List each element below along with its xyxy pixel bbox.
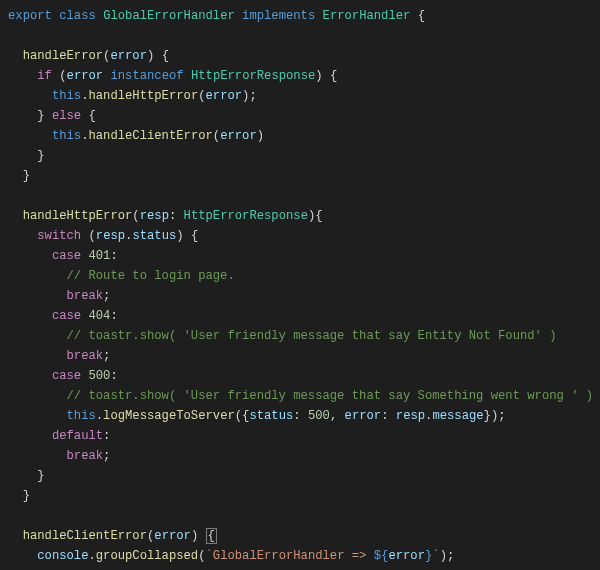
method-call: handleHttpError (88, 89, 198, 103)
code-line: } (8, 149, 45, 163)
code-line: } (8, 469, 45, 483)
brace-open: { (191, 229, 198, 243)
brace-close: } (23, 489, 30, 503)
property: message (432, 409, 483, 423)
paren-close: ) (176, 229, 183, 243)
code-line: // Route to login page. (8, 269, 235, 283)
semicolon: ; (498, 409, 505, 423)
method-name: handleError (23, 49, 103, 63)
method-name: handleHttpError (23, 209, 133, 223)
code-line: // toastr.show( 'User friendly message t… (8, 329, 557, 343)
keyword-this: this (67, 409, 96, 423)
method-name: handleClientError (23, 529, 147, 543)
code-line: } (8, 489, 30, 503)
code-line: if (error instanceof HttpErrorResponse) … (8, 69, 337, 83)
class-name: HttpErrorResponse (191, 69, 315, 83)
identifier: console (37, 549, 88, 563)
identifier: error (220, 129, 257, 143)
template-expr-open: ${ (374, 549, 389, 563)
brace-open: { (206, 528, 217, 544)
number-literal: 500 (308, 409, 330, 423)
code-line: this.handleHttpError(error); (8, 89, 257, 103)
semicolon: ; (103, 289, 110, 303)
identifier: resp (96, 229, 125, 243)
keyword-break: break (67, 449, 104, 463)
semicolon: ; (103, 349, 110, 363)
code-line: this.logMessageToServer({status: 500, er… (8, 409, 506, 423)
paren-open: ( (59, 69, 66, 83)
keyword-switch: switch (37, 229, 81, 243)
code-line: default: (8, 429, 110, 443)
number-literal: 404 (88, 309, 110, 323)
paren-close: ) (191, 529, 198, 543)
property-key: status (249, 409, 293, 423)
semicolon: ; (103, 449, 110, 463)
code-line: export class GlobalErrorHandler implemen… (8, 9, 425, 23)
identifier: error (206, 89, 243, 103)
code-line: handleError(error) { (8, 49, 169, 63)
colon: : (293, 409, 300, 423)
brace-open: { (162, 49, 169, 63)
colon: : (381, 409, 388, 423)
paren-open: ( (198, 89, 205, 103)
paren-close: ) (315, 69, 322, 83)
brace-open: { (89, 109, 96, 123)
code-line: case 500: (8, 369, 118, 383)
keyword-break: break (67, 349, 104, 363)
class-name: GlobalErrorHandler (103, 9, 235, 23)
semicolon: ; (447, 549, 454, 563)
interface-name: ErrorHandler (323, 9, 411, 23)
code-line: switch (resp.status) { (8, 229, 198, 243)
comment: // toastr.show( 'User friendly message t… (67, 329, 557, 343)
comment: // toastr.show( 'User friendly message t… (67, 389, 594, 403)
code-line: } else { (8, 109, 96, 123)
code-line: case 404: (8, 309, 118, 323)
paren-close: ) (147, 49, 154, 63)
template-string: ` (432, 549, 439, 563)
property-key: error (345, 409, 382, 423)
keyword-export: export (8, 9, 52, 23)
comma: , (330, 409, 337, 423)
brace-close: } (37, 469, 44, 483)
identifier: error (67, 69, 104, 83)
number-literal: 401 (88, 249, 110, 263)
keyword-this: this (52, 89, 81, 103)
keyword-break: break (67, 289, 104, 303)
template-string: `GlobalErrorHandler => (206, 549, 374, 563)
type-annotation: HttpErrorResponse (184, 209, 308, 223)
paren-open: ( (198, 549, 205, 563)
colon: : (169, 209, 176, 223)
paren-open: ( (235, 409, 242, 423)
keyword-default: default (52, 429, 103, 443)
method-call: handleClientError (88, 129, 212, 143)
code-line: break; (8, 289, 110, 303)
dot: . (96, 409, 103, 423)
method-call: logMessageToServer (103, 409, 235, 423)
colon: : (110, 309, 117, 323)
code-line: case 401: (8, 249, 118, 263)
colon: : (110, 369, 117, 383)
method-call: groupCollapsed (96, 549, 198, 563)
semicolon: ; (249, 89, 256, 103)
keyword-implements: implements (242, 9, 315, 23)
brace-close: } (37, 149, 44, 163)
code-line: this.handleClientError(error) (8, 129, 264, 143)
keyword-else: else (52, 109, 81, 123)
paren-open: ( (88, 229, 95, 243)
identifier: error (388, 549, 425, 563)
code-editor[interactable]: export class GlobalErrorHandler implemen… (0, 0, 600, 570)
keyword-case: case (52, 369, 81, 383)
code-line: handleClientError(error) { (8, 528, 217, 544)
brace-close: } (23, 169, 30, 183)
colon: : (103, 429, 110, 443)
comment: // Route to login page. (67, 269, 235, 283)
brace-open: { (315, 209, 322, 223)
keyword-this: this (52, 129, 81, 143)
property: status (132, 229, 176, 243)
paren-open: ( (132, 209, 139, 223)
number-literal: 500 (88, 369, 110, 383)
param: error (154, 529, 191, 543)
param: resp (140, 209, 169, 223)
paren-close: ) (257, 129, 264, 143)
brace-open: { (330, 69, 337, 83)
